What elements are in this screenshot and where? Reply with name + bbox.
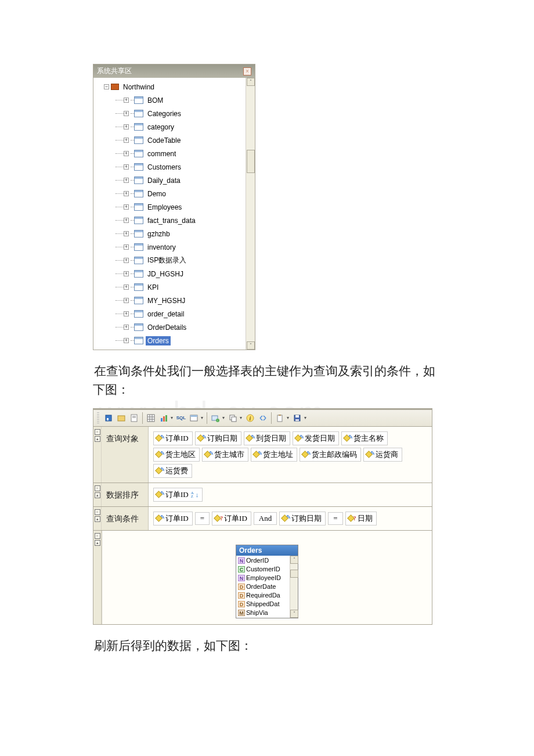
scroll-thumb[interactable] bbox=[247, 150, 255, 173]
tb-add-icon[interactable]: + bbox=[210, 412, 221, 424]
condition-op-chip[interactable]: = bbox=[195, 512, 210, 525]
tb-folder-icon[interactable] bbox=[116, 412, 127, 424]
tree-node[interactable]: +category bbox=[96, 120, 246, 134]
condition-op-chip[interactable]: = bbox=[328, 512, 342, 525]
section-collapse-icon[interactable]: ▴ bbox=[95, 540, 100, 546]
chevron-down-icon[interactable]: ▾ bbox=[286, 415, 290, 420]
expand-icon[interactable]: + bbox=[124, 164, 129, 170]
section-collapse-icon[interactable]: ▴ bbox=[95, 492, 100, 498]
condition-param-chip[interactable]: 日期 bbox=[345, 512, 377, 525]
scroll-down-icon[interactable]: ˅ bbox=[290, 610, 298, 618]
condition-param-chip[interactable]: 订单ID bbox=[212, 512, 251, 525]
tb-clipboard-icon[interactable] bbox=[274, 412, 286, 424]
field-row[interactable]: DRequiredDa bbox=[236, 591, 290, 600]
tree-node[interactable]: +inventory bbox=[96, 240, 246, 254]
tb-table-icon[interactable] bbox=[188, 412, 200, 424]
query-field-chip[interactable]: 运货商 bbox=[363, 448, 402, 462]
expand-icon[interactable]: + bbox=[124, 244, 129, 250]
fields-scrollbar[interactable]: ˄ ˅ bbox=[290, 556, 298, 618]
query-field-chip[interactable]: 订购日期 bbox=[195, 431, 241, 445]
fields-box[interactable]: Orders NOrderIDCCustomerIDNEmployeeIDDOr… bbox=[236, 545, 298, 618]
tb-save-icon[interactable] bbox=[291, 412, 303, 424]
scroll-down-icon[interactable]: ˅ bbox=[247, 341, 255, 350]
tb-sql-icon[interactable]: SQL bbox=[175, 412, 187, 424]
expand-icon[interactable]: + bbox=[124, 338, 129, 343]
tree-node[interactable]: +Categories bbox=[96, 107, 246, 120]
tb-expand-icon[interactable] bbox=[257, 412, 269, 424]
collapse-icon[interactable]: − bbox=[104, 84, 109, 89]
condition-field-chip[interactable]: 订购日期 bbox=[279, 512, 326, 525]
condition-field-chip[interactable]: 订单ID bbox=[153, 512, 193, 525]
expand-icon[interactable]: + bbox=[124, 298, 129, 303]
tb-chart-icon[interactable] bbox=[158, 412, 169, 424]
tree-node[interactable]: +gzhzhb bbox=[96, 227, 246, 240]
scroll-up-icon[interactable]: ˄ bbox=[290, 556, 298, 564]
tree-node[interactable]: +order_detail bbox=[96, 307, 246, 321]
query-field-chip[interactable]: 货主名称 bbox=[341, 431, 388, 445]
expand-icon[interactable]: + bbox=[124, 111, 129, 116]
tree-node[interactable]: +Employees bbox=[96, 200, 246, 214]
section-close-icon[interactable]: × bbox=[95, 429, 100, 435]
section-close-icon[interactable]: × bbox=[95, 485, 100, 491]
field-row[interactable]: CCustomerID bbox=[236, 565, 290, 574]
chevron-down-icon[interactable]: ▾ bbox=[303, 415, 308, 420]
close-icon[interactable]: × bbox=[243, 67, 251, 75]
tb-grid-icon[interactable] bbox=[145, 412, 157, 424]
field-row[interactable]: MShipVia bbox=[236, 609, 290, 617]
tree-root-node[interactable]: − Northwind bbox=[96, 80, 246, 93]
expand-icon[interactable]: + bbox=[124, 325, 129, 330]
tree-node[interactable]: +JD_HGSHJ bbox=[96, 267, 246, 280]
tb-info-icon[interactable]: i bbox=[244, 412, 256, 424]
query-field-chip[interactable]: 运货费 bbox=[153, 464, 192, 478]
chevron-down-icon[interactable]: ▾ bbox=[169, 415, 174, 420]
tb-copy-icon[interactable] bbox=[227, 412, 239, 424]
section-collapse-icon[interactable]: ▴ bbox=[95, 516, 100, 522]
query-field-chip[interactable]: 订单ID bbox=[153, 431, 193, 445]
tree-node[interactable]: +Customers bbox=[96, 160, 246, 174]
chevron-down-icon[interactable]: ▾ bbox=[200, 415, 204, 420]
condition-logic-chip[interactable]: And bbox=[254, 512, 277, 525]
expand-icon[interactable]: + bbox=[124, 178, 129, 183]
expand-icon[interactable]: + bbox=[124, 311, 129, 316]
scroll-up-icon[interactable]: ˄ bbox=[247, 78, 255, 86]
tree-node[interactable]: +Orders bbox=[96, 334, 246, 347]
tree-node[interactable]: +MY_HGSHJ bbox=[96, 294, 246, 307]
expand-icon[interactable]: + bbox=[124, 271, 129, 276]
tb-doc-icon[interactable] bbox=[128, 412, 140, 424]
section-close-icon[interactable]: × bbox=[95, 509, 100, 515]
tree-node[interactable]: +KPI bbox=[96, 280, 246, 294]
field-row[interactable]: NOrderID bbox=[236, 556, 290, 565]
tree-node[interactable]: +OrderDetails bbox=[96, 321, 246, 334]
tree-node[interactable]: +comment bbox=[96, 147, 246, 160]
expand-icon[interactable]: + bbox=[124, 204, 129, 210]
section-close-icon[interactable]: × bbox=[95, 533, 100, 539]
expand-icon[interactable]: + bbox=[124, 151, 129, 156]
field-row[interactable]: DShippedDat bbox=[236, 600, 290, 609]
expand-icon[interactable]: + bbox=[124, 124, 129, 129]
expand-icon[interactable]: + bbox=[124, 231, 129, 236]
section-collapse-icon[interactable]: ▴ bbox=[95, 436, 100, 442]
query-field-chip[interactable]: 到货日期 bbox=[244, 431, 290, 445]
expand-icon[interactable]: + bbox=[124, 218, 129, 223]
expand-icon[interactable]: + bbox=[124, 285, 129, 290]
chevron-down-icon[interactable]: ▾ bbox=[221, 415, 226, 420]
expand-icon[interactable]: + bbox=[124, 98, 129, 103]
tb-home-icon[interactable] bbox=[103, 412, 114, 424]
field-row[interactable]: NEmployeeID bbox=[236, 574, 290, 582]
query-field-chip[interactable]: 货主邮政编码 bbox=[300, 448, 361, 462]
tree-node[interactable]: +Demo bbox=[96, 187, 246, 200]
expand-icon[interactable]: + bbox=[124, 258, 129, 263]
expand-icon[interactable]: + bbox=[124, 191, 129, 196]
tree-scrollbar[interactable]: ˄ ˅ bbox=[246, 78, 255, 350]
query-field-chip[interactable]: 货主城市 bbox=[202, 448, 248, 462]
query-field-chip[interactable]: 货主地址 bbox=[251, 448, 297, 462]
chevron-down-icon[interactable]: ▾ bbox=[239, 415, 243, 420]
tree-node[interactable]: +Daily_data bbox=[96, 174, 246, 187]
query-field-chip[interactable]: 发货日期 bbox=[293, 431, 339, 445]
tree-node[interactable]: +BOM bbox=[96, 93, 246, 107]
tree-node[interactable]: +CodeTable bbox=[96, 134, 246, 147]
tree-node[interactable]: +fact_trans_data bbox=[96, 214, 246, 227]
field-row[interactable]: DOrderDate bbox=[236, 582, 290, 591]
scroll-thumb[interactable] bbox=[290, 570, 298, 578]
sort-chip[interactable]: 订单ID AZ ↓ bbox=[153, 488, 203, 502]
